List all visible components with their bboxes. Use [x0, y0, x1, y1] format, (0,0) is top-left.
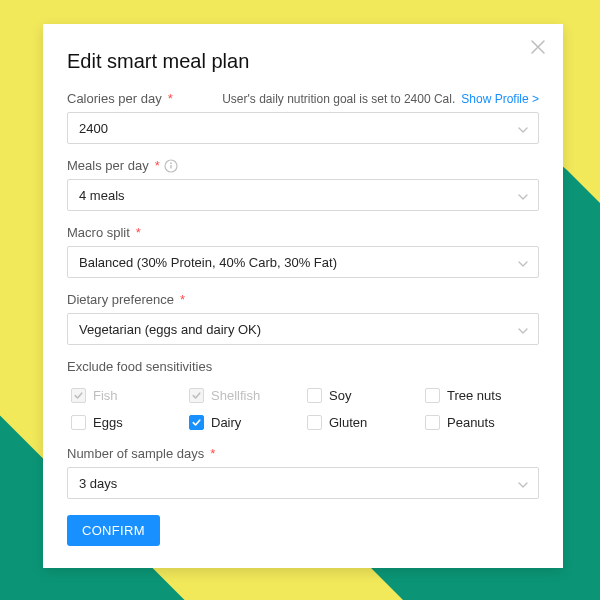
checkbox-label: Gluten [329, 415, 367, 430]
chevron-down-icon [517, 189, 529, 201]
calories-field: Calories per day* User's daily nutrition… [67, 91, 539, 144]
select-value: 3 days [79, 476, 117, 491]
checkbox-label: Shellfish [211, 388, 260, 403]
checkbox-label: Tree nuts [447, 388, 501, 403]
checkbox-icon [307, 388, 322, 403]
days-select[interactable]: 3 days [67, 467, 539, 499]
checkbox-label: Peanuts [447, 415, 495, 430]
checkbox-icon [71, 388, 86, 403]
required-asterisk: * [210, 446, 215, 461]
label-text: Dietary preference [67, 292, 174, 307]
exclude-checkbox-eggs[interactable]: Eggs [71, 415, 181, 430]
diet-label: Dietary preference* [67, 292, 185, 307]
exclude-checkbox-shellfish: Shellfish [189, 388, 299, 403]
required-asterisk: * [180, 292, 185, 307]
diet-select[interactable]: Vegetarian (eggs and dairy OK) [67, 313, 539, 345]
modal-footer: CONFIRM [67, 515, 539, 546]
show-profile-link[interactable]: Show Profile > [461, 92, 539, 106]
checkbox-icon [425, 415, 440, 430]
chevron-down-icon [517, 323, 529, 335]
close-icon[interactable] [529, 38, 547, 56]
calories-hint: User's daily nutrition goal is set to 24… [222, 92, 539, 106]
chevron-down-icon [517, 122, 529, 134]
label-text: Calories per day [67, 91, 162, 106]
exclude-checkbox-gluten[interactable]: Gluten [307, 415, 417, 430]
label-text: Exclude food sensitivities [67, 359, 212, 374]
confirm-button[interactable]: CONFIRM [67, 515, 160, 546]
svg-rect-2 [170, 164, 171, 168]
label-text: Meals per day [67, 158, 149, 173]
days-label: Number of sample days* [67, 446, 215, 461]
exclude-checkbox-tree-nuts[interactable]: Tree nuts [425, 388, 535, 403]
chevron-down-icon [517, 477, 529, 489]
info-icon[interactable] [164, 159, 178, 173]
label-text: Number of sample days [67, 446, 204, 461]
diet-field: Dietary preference* Vegetarian (eggs and… [67, 292, 539, 345]
calories-select[interactable]: 2400 [67, 112, 539, 144]
checkbox-icon [425, 388, 440, 403]
checkbox-label: Soy [329, 388, 351, 403]
checkbox-label: Dairy [211, 415, 241, 430]
exclude-grid: FishShellfishSoyTree nutsEggsDairyGluten… [67, 382, 539, 432]
calories-label: Calories per day* [67, 91, 173, 106]
required-asterisk: * [168, 91, 173, 106]
exclude-checkbox-soy[interactable]: Soy [307, 388, 417, 403]
checkbox-icon [189, 415, 204, 430]
select-value: Balanced (30% Protein, 40% Carb, 30% Fat… [79, 255, 337, 270]
hint-text: User's daily nutrition goal is set to 24… [222, 92, 455, 106]
required-asterisk: * [136, 225, 141, 240]
meals-label: Meals per day* [67, 158, 178, 173]
checkbox-icon [71, 415, 86, 430]
checkbox-label: Eggs [93, 415, 123, 430]
select-value: 2400 [79, 121, 108, 136]
modal-title: Edit smart meal plan [67, 50, 539, 73]
chevron-down-icon [517, 256, 529, 268]
checkbox-icon [307, 415, 322, 430]
macro-field: Macro split* Balanced (30% Protein, 40% … [67, 225, 539, 278]
select-value: Vegetarian (eggs and dairy OK) [79, 322, 261, 337]
exclude-checkbox-fish: Fish [71, 388, 181, 403]
label-text: Macro split [67, 225, 130, 240]
meals-field: Meals per day* 4 meals [67, 158, 539, 211]
checkbox-icon [189, 388, 204, 403]
meals-select[interactable]: 4 meals [67, 179, 539, 211]
exclude-checkbox-dairy[interactable]: Dairy [189, 415, 299, 430]
svg-point-1 [170, 162, 172, 164]
required-asterisk: * [155, 158, 160, 173]
checkbox-label: Fish [93, 388, 118, 403]
select-value: 4 meals [79, 188, 125, 203]
macro-select[interactable]: Balanced (30% Protein, 40% Carb, 30% Fat… [67, 246, 539, 278]
days-field: Number of sample days* 3 days [67, 446, 539, 499]
exclude-label: Exclude food sensitivities [67, 359, 539, 374]
macro-label: Macro split* [67, 225, 141, 240]
edit-meal-plan-modal: Edit smart meal plan Calories per day* U… [43, 24, 563, 568]
exclude-checkbox-peanuts[interactable]: Peanuts [425, 415, 535, 430]
